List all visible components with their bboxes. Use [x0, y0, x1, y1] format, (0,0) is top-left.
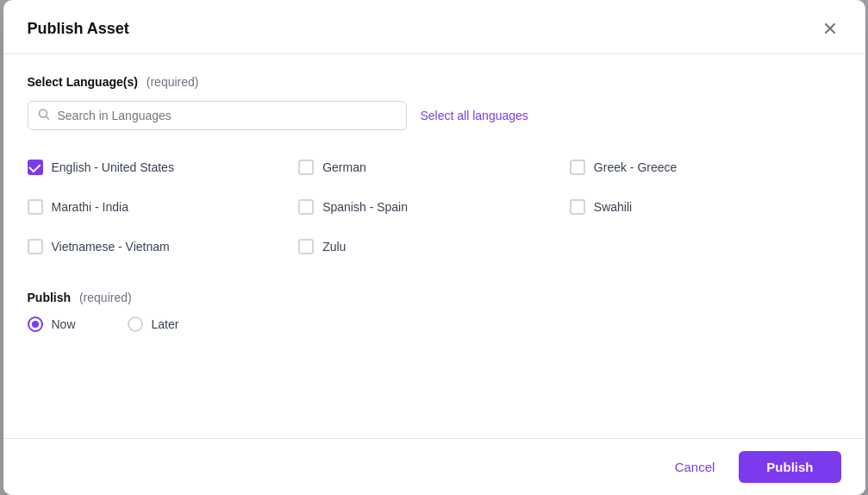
- checkbox-mr-in[interactable]: [28, 199, 43, 215]
- select-all-link[interactable]: Select all languages: [421, 109, 528, 122]
- cancel-button[interactable]: Cancel: [661, 451, 729, 483]
- publish-required: (required): [79, 291, 132, 304]
- search-input-wrap: [28, 101, 407, 130]
- lang-label-zu: Zulu: [322, 240, 346, 254]
- radio-label-now: Now: [52, 317, 76, 331]
- language-item-es-es[interactable]: Spanish - Spain: [298, 187, 570, 227]
- lang-label-el-gr: Greek - Greece: [594, 160, 677, 174]
- radio-label-later: Later: [152, 317, 179, 331]
- modal-footer: Cancel Publish: [3, 438, 865, 495]
- search-input[interactable]: [28, 101, 407, 130]
- radio-option-later[interactable]: Later: [128, 316, 179, 332]
- languages-required: (required): [147, 75, 199, 89]
- close-icon: [822, 21, 838, 36]
- language-item-sw[interactable]: Swahili: [570, 187, 841, 227]
- language-item-de[interactable]: German: [298, 147, 570, 187]
- publish-section-label: Publish (required): [28, 291, 841, 304]
- checkbox-vi-vn[interactable]: [28, 239, 43, 254]
- language-item-vi-vn[interactable]: Vietnamese - Vietnam: [28, 227, 299, 266]
- publish-label-text: Publish: [28, 291, 72, 304]
- lang-label-de: German: [322, 160, 366, 174]
- publish-options: NowLater: [28, 316, 841, 332]
- checkbox-el-gr[interactable]: [570, 160, 585, 175]
- publish-asset-modal: Publish Asset Select Language(s) (requir…: [3, 0, 865, 495]
- radio-circle-now[interactable]: [28, 316, 43, 332]
- radio-option-now[interactable]: Now: [28, 316, 76, 332]
- language-item-en-us[interactable]: English - United States: [28, 147, 299, 187]
- radio-circle-later[interactable]: [128, 316, 143, 332]
- lang-label-es-es: Spanish - Spain: [322, 200, 408, 214]
- language-item-el-gr[interactable]: Greek - Greece: [570, 147, 841, 187]
- modal-header: Publish Asset: [3, 0, 865, 54]
- language-item-zu[interactable]: Zulu: [298, 227, 570, 266]
- modal-body: Select Language(s) (required) Select all…: [3, 54, 865, 438]
- search-row: Select all languages: [28, 101, 841, 130]
- checkbox-zu[interactable]: [298, 239, 314, 254]
- modal-title: Publish Asset: [28, 20, 129, 38]
- languages-label-text: Select Language(s): [28, 75, 138, 89]
- modal-overlay: Publish Asset Select Language(s) (requir…: [0, 0, 868, 495]
- svg-point-0: [39, 110, 47, 117]
- search-icon: [38, 109, 50, 123]
- lang-label-en-us: English - United States: [52, 160, 174, 174]
- publish-section: Publish (required) NowLater: [28, 291, 841, 332]
- close-button[interactable]: [819, 17, 841, 40]
- checkbox-de[interactable]: [298, 160, 314, 175]
- lang-label-sw: Swahili: [594, 200, 632, 214]
- lang-label-vi-vn: Vietnamese - Vietnam: [52, 240, 170, 254]
- languages-section-label: Select Language(s) (required): [28, 75, 841, 89]
- publish-button[interactable]: Publish: [739, 451, 840, 483]
- languages-grid: English - United StatesGermanGreek - Gre…: [28, 147, 841, 266]
- checkbox-en-us[interactable]: [28, 160, 43, 175]
- checkbox-es-es[interactable]: [298, 199, 314, 215]
- language-item-mr-in[interactable]: Marathi - India: [28, 187, 299, 227]
- checkbox-sw[interactable]: [570, 199, 585, 215]
- lang-label-mr-in: Marathi - India: [52, 200, 128, 214]
